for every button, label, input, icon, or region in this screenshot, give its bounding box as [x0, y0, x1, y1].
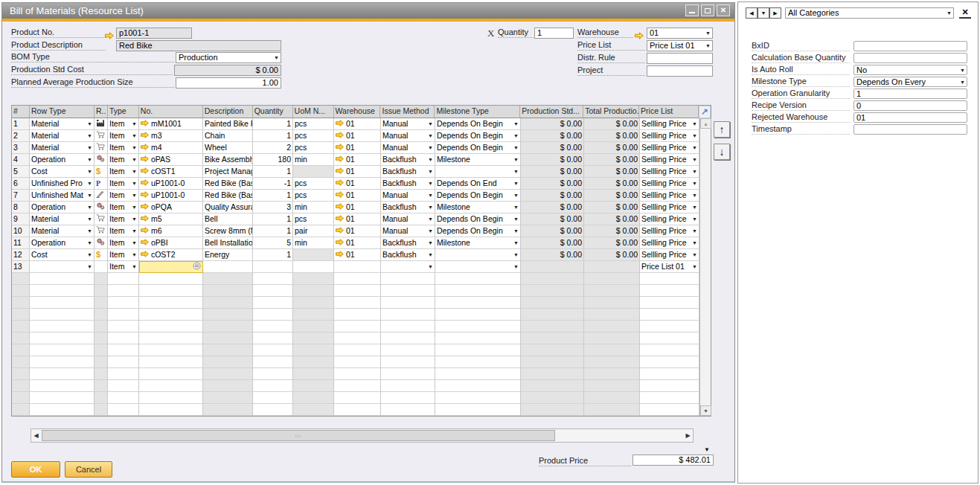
cell-item-no[interactable]: mM1001 [139, 118, 203, 130]
cell-uom[interactable]: pcs [293, 130, 334, 142]
cell-description[interactable]: Chain [203, 130, 253, 142]
warehouse-dropdown[interactable]: 01▼ [647, 28, 713, 39]
udf-field-calculation-base-quantity[interactable] [854, 53, 967, 63]
column-header-warehouse[interactable]: Warehouse [334, 106, 381, 118]
column-header-price-list[interactable]: Price List [639, 106, 699, 118]
cell-warehouse[interactable]: 01 [334, 154, 381, 166]
cell-item-no[interactable]: m4 [139, 142, 203, 154]
cell-uom[interactable]: min [293, 154, 334, 166]
cell-issue-method[interactable]: Manual▼ [381, 190, 435, 202]
cell-issue-method[interactable]: Backflush▼ [381, 166, 435, 178]
udf-field-recipe-version[interactable]: 0 [854, 100, 967, 111]
column-header-issue-method[interactable]: Issue Method [380, 106, 435, 118]
column-header-row-type[interactable]: Row Type [30, 106, 95, 118]
cell-warehouse[interactable]: 01 [334, 237, 381, 249]
cell-price-list[interactable]: Sellling Price▼ [640, 178, 699, 190]
cell-description[interactable]: Screw 8mm (N [203, 225, 253, 237]
cell-price-list[interactable]: Sellling Price▼ [640, 225, 699, 237]
cell-quantity[interactable]: 1 [253, 166, 293, 178]
cell-item-no[interactable] [139, 261, 203, 273]
cell-price-list[interactable]: Sellling Price▼ [640, 166, 699, 178]
distr-rule-field[interactable] [647, 53, 713, 64]
cell-uom[interactable]: min [293, 202, 334, 213]
cell-milestone-type[interactable]: Milestone▼ [435, 237, 521, 249]
cell-warehouse[interactable]: 01 [334, 213, 381, 225]
cell-row-type[interactable]: Material▼ [30, 130, 95, 142]
category-dropdown[interactable]: All Categories▼ [785, 7, 954, 19]
cell-quantity[interactable] [253, 261, 293, 273]
cell-quantity[interactable]: 180 [253, 154, 293, 166]
cell-quantity[interactable]: 1 [253, 118, 293, 130]
cell-price-list[interactable]: Sellling Price▼ [640, 213, 699, 225]
cell-row-type[interactable]: Unfinished Mat▼ [30, 190, 95, 202]
cell-row-type[interactable]: Unfinished Pro▼ [30, 178, 95, 190]
cell-warehouse[interactable]: 01 [334, 118, 381, 130]
cell-milestone-type[interactable]: Depends On Begin▼ [435, 213, 521, 225]
cancel-button[interactable]: Cancel [65, 461, 112, 478]
nav-next-button[interactable]: ▶ [769, 7, 781, 19]
cell-type[interactable]: Item▼ [108, 225, 139, 237]
cell-row-type[interactable]: ▼ [30, 261, 95, 273]
cell-type[interactable]: Item▼ [108, 118, 139, 130]
cell-price-list[interactable]: Sellling Price▼ [640, 154, 699, 166]
cell-warehouse[interactable] [334, 261, 381, 273]
cell-row-type[interactable]: Material▼ [30, 118, 95, 130]
cell-type[interactable]: Item▼ [108, 166, 139, 178]
minimize-button[interactable] [685, 4, 699, 16]
ok-button[interactable]: OK [11, 461, 60, 478]
cell-milestone-type[interactable]: Depends On Begin▼ [435, 190, 521, 202]
cell-type[interactable]: Item▼ [108, 261, 139, 273]
cell-row-type[interactable]: Material▼ [30, 213, 95, 225]
cell-quantity[interactable]: 5 [253, 237, 293, 249]
cell-row-type[interactable]: Material▼ [30, 225, 95, 237]
cell-item-no[interactable]: oPAS [139, 154, 203, 166]
cell-uom[interactable]: min [293, 237, 334, 249]
cell-quantity[interactable]: 1 [253, 249, 293, 261]
cell-description[interactable]: Quality Assura [203, 202, 253, 213]
cell-type[interactable]: Item▼ [108, 190, 139, 202]
quantity-field[interactable]: 1 [534, 28, 574, 39]
cell-price-list[interactable]: Sellling Price▼ [640, 190, 699, 202]
cell-type[interactable]: Item▼ [108, 202, 139, 213]
cell-milestone-type[interactable]: Depends On End▼ [435, 178, 521, 190]
udf-field-bxid[interactable] [854, 41, 967, 51]
cell-item-no[interactable]: m3 [139, 130, 203, 142]
move-row-down-button[interactable]: ↓ [714, 144, 730, 160]
cell-uom[interactable] [293, 249, 334, 261]
scroll-right-icon[interactable]: ▶ [683, 429, 693, 442]
price-list-dropdown[interactable]: Price List 01▼ [647, 40, 713, 51]
column-header-quantity[interactable]: Quantity [253, 106, 293, 118]
cell-quantity[interactable]: 1 [253, 213, 293, 225]
cell-warehouse[interactable]: 01 [334, 166, 381, 178]
cell-milestone-type[interactable]: Depends On Begin▼ [435, 130, 521, 142]
cell-uom[interactable]: pcs [293, 190, 334, 202]
cell-price-list[interactable]: Sellling Price▼ [640, 237, 699, 249]
cell-milestone-type[interactable]: Depends On Begin▼ [435, 142, 521, 154]
column-header-production-std[interactable]: Production Std... [520, 106, 583, 118]
cell-type[interactable]: Item▼ [108, 178, 139, 190]
expand-footer-icon[interactable]: ▼ [704, 446, 710, 453]
column-header-no[interactable]: No. [139, 106, 203, 118]
cell-issue-method[interactable]: Backflush▼ [381, 237, 435, 249]
cell-description[interactable]: Energy [203, 249, 253, 261]
expand-grid-button[interactable]: ↗ [699, 106, 711, 118]
cell-milestone-type[interactable]: Depends On Begin▼ [435, 118, 521, 130]
cell-warehouse[interactable]: 01 [334, 130, 381, 142]
cell-row-type[interactable]: Material▼ [30, 142, 95, 154]
product-no-link-arrow-icon[interactable] [105, 29, 114, 42]
cell-description[interactable]: Bike Assembly [203, 154, 253, 166]
cell-quantity[interactable]: 2 [253, 142, 293, 154]
cell-description[interactable]: Wheel [203, 142, 253, 154]
horizontal-scrollbar[interactable]: ◀ ∶∶∶ ▶ [31, 428, 694, 443]
bom-type-dropdown[interactable]: Production▼ [176, 52, 281, 63]
column-header-num[interactable]: # [12, 106, 30, 118]
panel-close-button[interactable]: ✕ [959, 7, 971, 19]
maximize-button[interactable] [701, 4, 714, 16]
cell-milestone-type[interactable]: ▼ [435, 261, 521, 273]
udf-field-timestamp[interactable] [854, 124, 967, 135]
cell-item-no[interactable]: m5 [139, 213, 203, 225]
scroll-down-button[interactable]: ▼ [700, 405, 711, 416]
udf-dropdown-milestone-type[interactable]: Depends On Every▼ [854, 77, 967, 87]
cell-warehouse[interactable]: 01 [334, 142, 381, 154]
product-description-field[interactable]: Red Bike [116, 40, 281, 51]
